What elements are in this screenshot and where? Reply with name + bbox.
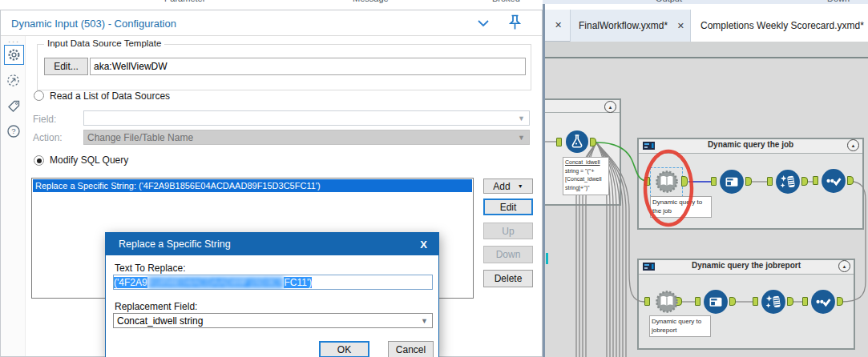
tab-navigation[interactable] <box>4 71 22 90</box>
add-button[interactable]: Add ▼ <box>483 178 533 194</box>
radio-read-list[interactable] <box>34 90 44 101</box>
field-select[interactable]: ▼ <box>83 110 530 126</box>
input-anchor[interactable] <box>711 177 717 186</box>
template-group-box: Input Data Source Template Edit... aka:W… <box>37 44 531 90</box>
cropped-col-parameter: Parameter <box>164 0 205 3</box>
unique-tool-job[interactable] <box>821 168 846 197</box>
workflow-tab-bar: ✕ FinalWorkflow.yxmd* ✕ Completions Week… <box>545 10 868 42</box>
action-label: Action: <box>33 132 63 143</box>
field-chevron-icon: ▼ <box>518 114 529 122</box>
teal-marker <box>546 253 548 264</box>
cropped-strip-right-bg <box>543 0 868 4</box>
pin-icon[interactable] <box>508 14 522 30</box>
cropped-results-header-strip: Parameter Message Broked Output Down <box>0 0 868 4</box>
action-select: Change File/Table Name ▼ <box>83 130 530 145</box>
tab-completions-weekly-scorecard[interactable]: Completions Weekly Scorecard.yxmd* <box>691 10 868 42</box>
radio-modify-sql-label: Modify SQL Query <box>50 154 128 166</box>
input-anchor[interactable] <box>695 297 700 306</box>
output-anchor[interactable] <box>847 176 854 185</box>
dialog-title-bar[interactable]: Replace a Specific String X <box>106 233 438 255</box>
output-anchor[interactable] <box>837 297 843 306</box>
workflow-canvas[interactable]: ▲ Dynamic query the job ▲ Dynamic query … <box>545 42 868 357</box>
check-dots-icon <box>816 300 819 303</box>
replacement-chevron-icon: ▼ <box>421 317 432 325</box>
arrow-circle-icon <box>6 74 20 87</box>
edit-template-button[interactable]: Edit... <box>44 58 88 75</box>
cropped-col-broked: Broked <box>492 0 520 3</box>
hidden-tab-close-icon[interactable]: ✕ <box>555 20 562 30</box>
cleansing-tool-jobreport[interactable] <box>761 289 786 318</box>
dynamic-input-tool-jobreport[interactable] <box>655 290 679 317</box>
cancel-button[interactable]: Cancel <box>388 341 434 357</box>
alteryx-designer-window: Parameter Message Broked Output Down Dyn… <box>0 0 868 357</box>
action-select-value: Change File/Table Name <box>87 132 193 143</box>
text-to-replace-redacted: B1856E04ACDAAD89F15D3C5 <box>147 277 285 288</box>
tab-finalworkflow-close-icon[interactable]: ✕ <box>677 21 684 31</box>
panel-title: Dynamic Input (503) - Configuration <box>11 18 176 30</box>
cleansing-tool-job[interactable] <box>775 169 801 198</box>
input-anchor[interactable] <box>767 177 773 186</box>
tab-annotation[interactable] <box>4 97 22 115</box>
delete-button[interactable]: Delete <box>483 270 533 287</box>
ok-button[interactable]: OK <box>319 341 369 357</box>
input-anchor[interactable] <box>556 138 562 146</box>
edit-action-button[interactable]: Edit <box>483 199 533 215</box>
output-anchor[interactable] <box>787 297 793 306</box>
cropped-col-down: Down <box>827 0 850 3</box>
cropped-col-output: Output <box>656 0 682 3</box>
tag-icon <box>6 99 21 114</box>
radio-modify-sql[interactable] <box>34 155 44 166</box>
add-caret-down-icon: ▼ <box>518 183 523 189</box>
svg-text:?: ? <box>11 126 15 135</box>
question-icon: ? <box>6 124 21 138</box>
select-tool-job[interactable] <box>719 169 745 198</box>
field-label: Field: <box>33 114 56 125</box>
radio-read-list-label: Read a List of Data Sources <box>50 90 170 102</box>
tab-completions-label: Completions Weekly Scorecard.yxmd* <box>700 20 864 31</box>
text-to-replace-input[interactable]: ('4F2A9B1856E04ACDAAD89F15D3C5FC11') <box>113 275 433 290</box>
formula-annotation[interactable]: Concat_idwell string = "("+ [Concat_idwe… <box>563 157 609 195</box>
jobreport-tool-annotation[interactable]: Dynamic query to jobreport <box>649 315 711 337</box>
input-anchor[interactable] <box>644 297 650 306</box>
template-group-label: Input Data Source Template <box>44 38 164 48</box>
dialog-title: Replace a Specific String <box>119 239 231 250</box>
down-button: Down <box>483 246 533 263</box>
tab-configuration[interactable] <box>4 45 24 65</box>
tab-finalworkflow[interactable]: FinalWorkflow.yxmd* ✕ <box>570 10 691 42</box>
input-anchor[interactable] <box>813 176 818 185</box>
action-chevron-icon: ▼ <box>518 134 529 142</box>
sql-action-item-selected[interactable]: Replace a Specific String: ('4F2A9B1856E… <box>33 179 472 192</box>
output-anchor[interactable] <box>590 138 596 146</box>
replacement-field-label: Replacement Field: <box>115 301 197 312</box>
input-anchor[interactable] <box>753 297 758 306</box>
text-to-replace-suffix: FC11') <box>284 277 312 288</box>
text-to-replace-prefix: ('4F2A9 <box>114 277 147 288</box>
dialog-close-icon[interactable]: X <box>420 239 427 251</box>
up-button: Up <box>483 223 533 239</box>
output-anchor[interactable] <box>801 177 808 186</box>
panel-grip-dots[interactable]: ... <box>8 34 20 44</box>
chevron-down-icon[interactable] <box>477 19 490 27</box>
add-button-label: Add <box>493 181 510 192</box>
formula-tool[interactable] <box>565 130 589 157</box>
replacement-field-value: Concat_idwell string <box>117 315 203 327</box>
replacement-field-select[interactable]: Concat_idwell string ▼ <box>113 313 433 328</box>
configuration-title-bar: Dynamic Input (503) - Configuration <box>1 10 542 36</box>
template-path-field[interactable]: aka:WellViewDW <box>90 58 526 75</box>
red-highlight-circle <box>641 148 696 228</box>
tab-help[interactable]: ? <box>4 122 22 140</box>
input-anchor[interactable] <box>802 297 808 306</box>
tab-finalworkflow-label: FinalWorkflow.yxmd* <box>579 20 668 31</box>
cropped-col-message: Message <box>353 0 389 3</box>
unique-tool-jobreport[interactable] <box>810 289 836 318</box>
gear-icon <box>7 48 21 62</box>
output-anchor[interactable] <box>729 297 736 306</box>
config-sidebar: ... ? <box>1 36 26 356</box>
text-to-replace-label: Text To Replace: <box>115 263 186 274</box>
output-anchor[interactable] <box>745 177 752 186</box>
select-tool-jobreport[interactable] <box>703 289 729 318</box>
check-dots-icon <box>826 179 830 183</box>
replace-string-dialog: Replace a Specific String X Text To Repl… <box>105 232 439 357</box>
